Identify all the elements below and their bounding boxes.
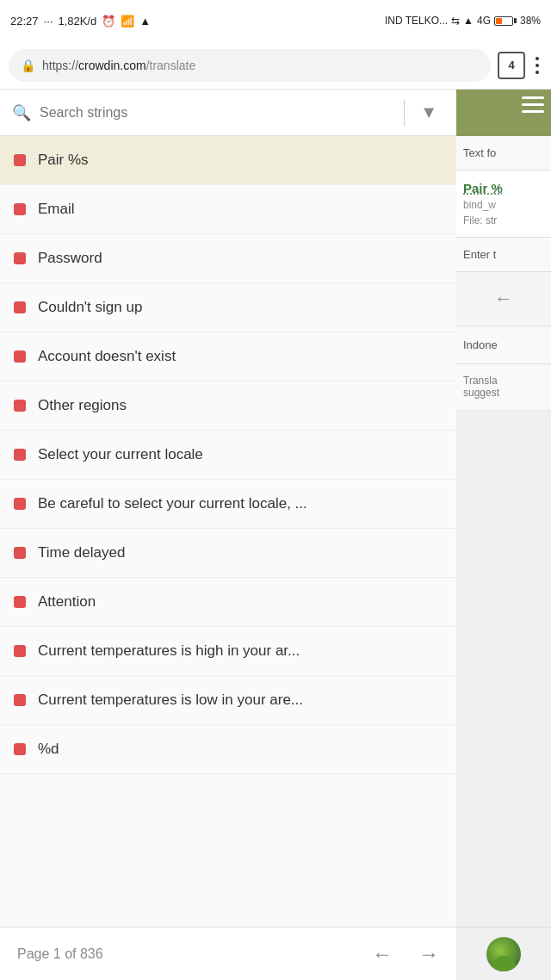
list-item[interactable]: Password xyxy=(0,234,456,283)
list-item[interactable]: Couldn't sign up xyxy=(0,283,456,332)
lock-icon: 🔒 xyxy=(21,59,35,72)
untranslated-dot xyxy=(14,301,26,313)
right-menu-header xyxy=(456,90,551,136)
untranslated-dot xyxy=(14,743,26,755)
filter-icon[interactable]: ▼ xyxy=(413,102,444,122)
untranslated-dot xyxy=(14,547,26,559)
list-item[interactable]: Pair %s xyxy=(0,136,456,185)
string-text: Be careful to select your current locale… xyxy=(38,495,307,512)
string-text: Account doesn't exist xyxy=(38,348,176,365)
list-item[interactable]: Select your current locale xyxy=(0,431,456,480)
file-str-label: File: str xyxy=(463,214,544,226)
untranslated-dot xyxy=(14,350,26,363)
next-page-button[interactable]: → xyxy=(418,942,439,966)
url-bar[interactable]: 🔒 https://crowdin.com/translate xyxy=(9,49,491,82)
string-text: Current temperatures is low in your are.… xyxy=(38,692,303,709)
battery-icon xyxy=(494,16,517,26)
indonesia-label: Indone xyxy=(463,338,498,351)
browser-bar: 🔒 https://crowdin.com/translate 4 xyxy=(0,41,551,90)
url-scheme: https:// xyxy=(42,59,78,72)
untranslated-dot xyxy=(14,154,26,166)
list-item[interactable]: Current temperatures is high in your ar.… xyxy=(0,627,456,676)
list-item[interactable]: Time delayed xyxy=(0,529,456,578)
search-divider xyxy=(404,100,405,126)
signal-dots: ··· xyxy=(44,15,53,28)
list-item[interactable]: Account doesn't exist xyxy=(0,332,456,381)
network-speed: 1,82K/d xyxy=(58,15,96,28)
network-type: 4G xyxy=(477,15,491,27)
string-text: %d xyxy=(38,741,59,758)
right-arrow-section[interactable]: ← xyxy=(456,272,551,326)
crowdin-logo-area xyxy=(456,927,551,981)
time: 22:27 xyxy=(10,15,39,28)
list-item[interactable]: Be careful to select your current locale… xyxy=(0,480,456,529)
hamburger-button[interactable] xyxy=(522,96,544,113)
search-bar: 🔍 ▼ xyxy=(0,90,456,136)
untranslated-dot xyxy=(14,449,26,461)
url-text: https://crowdin.com/translate xyxy=(42,59,195,72)
string-text: Password xyxy=(38,250,102,267)
string-text: Attention xyxy=(38,593,96,611)
pair-percent-label: Pair % xyxy=(463,181,544,195)
url-host: crowdin.com xyxy=(78,59,146,72)
search-input[interactable] xyxy=(40,105,395,121)
untranslated-dot xyxy=(14,498,26,510)
list-item[interactable]: Email xyxy=(0,185,456,234)
right-pair-section: Pair % bind_w File: str xyxy=(456,171,551,238)
status-right: IND TELKO... ⇆ ▲ 4G 38% xyxy=(385,15,541,27)
strings-list: Pair %sEmailPasswordCouldn't sign upAcco… xyxy=(0,136,456,927)
right-text-fo-section: Text fo xyxy=(456,136,551,171)
battery-percent: 38% xyxy=(520,15,541,27)
string-text: Select your current locale xyxy=(38,446,203,463)
right-enter-section: Enter t xyxy=(456,238,551,272)
wifi-icon: 📶 xyxy=(121,15,134,28)
string-text: Pair %s xyxy=(38,152,89,169)
untranslated-dot xyxy=(14,203,26,215)
overflow-menu-button[interactable] xyxy=(532,53,542,78)
vibrate-icon: ⇆ xyxy=(451,15,460,27)
nav-arrows: ← → xyxy=(372,942,439,966)
prev-page-button[interactable]: ← xyxy=(372,942,393,966)
signal-bars-2: ▲ xyxy=(463,15,474,27)
url-path: /translate xyxy=(146,59,196,72)
bind-w-label: bind_w xyxy=(463,199,544,211)
tab-count[interactable]: 4 xyxy=(498,52,525,79)
string-text: Current temperatures is high in your ar.… xyxy=(38,642,300,660)
untranslated-dot xyxy=(14,645,26,657)
signal-bars: ▲ xyxy=(139,15,151,28)
carrier-name: IND TELKO... xyxy=(385,15,448,27)
status-bar: 22:27 ··· 1,82K/d ⏰ 📶 ▲ IND TELKO... ⇆ ▲… xyxy=(0,0,551,41)
bottom-bar: Page 1 of 836 ← → xyxy=(0,927,551,980)
string-text: Couldn't sign up xyxy=(38,299,142,316)
untranslated-dot xyxy=(14,400,26,412)
list-item[interactable]: Other regions xyxy=(0,381,456,431)
bottom-left: Page 1 of 836 ← → xyxy=(0,942,456,966)
left-arrow-icon[interactable]: ← xyxy=(494,288,513,310)
transla-label: Transla xyxy=(463,375,544,387)
list-item[interactable]: Attention xyxy=(0,578,456,627)
untranslated-dot xyxy=(14,694,26,706)
text-fo-label: Text fo xyxy=(463,146,496,159)
search-icon: 🔍 xyxy=(12,103,31,122)
enter-t-label: Enter t xyxy=(463,248,496,261)
list-item[interactable]: Current temperatures is low in your are.… xyxy=(0,676,456,725)
crowdin-logo xyxy=(486,937,521,971)
string-text: Email xyxy=(38,201,75,218)
string-text: Time delayed xyxy=(38,544,125,561)
page-info: Page 1 of 836 xyxy=(17,946,103,962)
list-item[interactable]: %d xyxy=(0,725,456,774)
right-panel: Text fo Pair % bind_w File: str Enter t … xyxy=(456,90,551,927)
alarm-icon: ⏰ xyxy=(102,15,115,28)
untranslated-dot xyxy=(14,252,26,264)
untranslated-dot xyxy=(14,596,26,608)
string-text: Other regions xyxy=(38,397,127,414)
right-indonesia-section: Indone xyxy=(456,326,551,364)
main-area: 🔍 ▼ Pair %sEmailPasswordCouldn't sign up… xyxy=(0,90,551,927)
right-translate-section: Transla suggest xyxy=(456,364,551,409)
left-panel: 🔍 ▼ Pair %sEmailPasswordCouldn't sign up… xyxy=(0,90,456,927)
suggest-label: suggest xyxy=(463,387,544,399)
status-left: 22:27 ··· 1,82K/d ⏰ 📶 ▲ xyxy=(10,15,151,28)
